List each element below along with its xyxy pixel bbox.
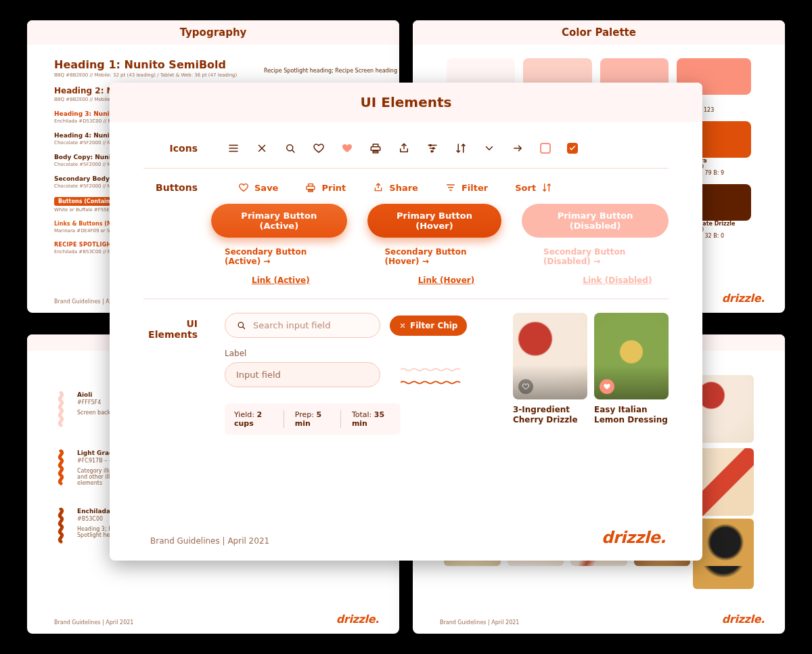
page-footer: Brand Guidelines | April 2021: [150, 536, 269, 546]
heart-outline-icon[interactable]: [313, 142, 325, 154]
recipe-stats: Yield: 2 cups Prep: 5 min Total: 35 min: [225, 404, 401, 435]
sort-icon[interactable]: [455, 142, 467, 154]
recipe-card[interactable]: Easy Italian Lemon Dressing: [594, 313, 669, 435]
heart-filled-icon[interactable]: [341, 142, 353, 154]
photo-thumb: [697, 519, 754, 566]
link-disabled: Link (Disabled): [583, 276, 652, 285]
ui-elements-heading: UI Elements: [110, 83, 702, 122]
filter-icon[interactable]: [426, 142, 438, 154]
palette-heading: Color Palette: [413, 20, 785, 45]
squiggle-icon: [401, 380, 461, 385]
filter-button[interactable]: Filter: [445, 182, 488, 193]
print-button[interactable]: Print: [305, 182, 346, 193]
secondary-btn-disabled: Secondary Button (Disabled): [543, 247, 669, 266]
squiggle-icon: [54, 450, 68, 487]
close-icon: [399, 322, 406, 329]
swatch-drizzle-label: olate Drizzle00G: 32 B: 0: [697, 221, 751, 239]
h1-usage: Recipe Spotlight heading; Recipe Screen …: [264, 68, 397, 74]
checkbox-checked-icon[interactable]: [567, 143, 578, 154]
swatch-marinara: [697, 121, 751, 158]
search-placeholder: Search input field: [253, 320, 330, 330]
search-icon: [236, 320, 246, 330]
brand-logo: drizzle.: [722, 613, 765, 626]
close-icon[interactable]: [256, 142, 268, 154]
checkbox-unchecked-icon[interactable]: [540, 143, 551, 154]
text-input[interactable]: Input field: [225, 362, 380, 387]
recipe-image: [594, 313, 669, 399]
share-icon[interactable]: [398, 142, 410, 154]
print-icon[interactable]: [369, 142, 382, 154]
search-input[interactable]: Search input field: [225, 313, 380, 338]
sort-button[interactable]: Sort: [515, 182, 552, 193]
share-button[interactable]: Share: [373, 182, 418, 193]
input-label: Label: [225, 349, 380, 358]
swatch-drizzle: [697, 184, 751, 221]
recipe-title: 3-Ingredient Cherry Drizzle: [513, 405, 587, 425]
chevron-down-icon[interactable]: [483, 142, 495, 154]
icons-label: Icons: [143, 143, 198, 154]
swatch-marinara-label: ara09G: 79 B: 9: [697, 158, 751, 176]
squiggle-icon: [401, 368, 461, 372]
filter-chip[interactable]: Filter Chip: [390, 315, 467, 336]
recipe-card[interactable]: 3-Ingredient Cherry Drizzle: [513, 313, 587, 435]
arrow-right-icon[interactable]: [512, 142, 524, 154]
svg-point-4: [238, 322, 244, 328]
page-footer: Brand Guidelines | April 2021: [54, 619, 133, 626]
link-hover[interactable]: Link (Hover): [418, 276, 475, 285]
brand-logo: drizzle.: [602, 528, 666, 547]
page-footer: Brand Guidelines | April 2021: [440, 619, 519, 626]
typography-heading: Typography: [27, 20, 399, 45]
brand-logo: drizzle.: [336, 613, 379, 626]
buttons-label: Buttons: [143, 182, 198, 193]
svg-point-0: [287, 145, 293, 151]
save-button[interactable]: Save: [238, 182, 278, 193]
secondary-btn-hover[interactable]: Secondary Button (Hover): [384, 247, 499, 266]
ui-elements-label: UI Elements: [143, 318, 198, 435]
squiggle-icon: [54, 508, 68, 546]
squiggle-icon: [54, 391, 68, 429]
menu-icon[interactable]: [227, 142, 240, 154]
search-icon[interactable]: [284, 142, 296, 154]
secondary-btn-active[interactable]: Secondary Button (Active): [225, 247, 340, 266]
primary-btn-active[interactable]: Primary Button (Active): [211, 204, 347, 238]
primary-btn-hover[interactable]: Primary Button (Hover): [367, 204, 502, 238]
recipe-image: [513, 313, 587, 399]
recipe-title: Easy Italian Lemon Dressing: [594, 405, 669, 425]
brand-logo: drizzle.: [722, 292, 765, 305]
primary-btn-disabled: Primary Button (Disabled): [522, 204, 669, 238]
favorite-toggle[interactable]: [518, 379, 533, 394]
link-active[interactable]: Link (Active): [252, 276, 310, 285]
favorite-toggle[interactable]: [600, 379, 614, 394]
ui-elements-panel: UI Elements Icons Buttons Save Print Sha…: [110, 83, 702, 561]
